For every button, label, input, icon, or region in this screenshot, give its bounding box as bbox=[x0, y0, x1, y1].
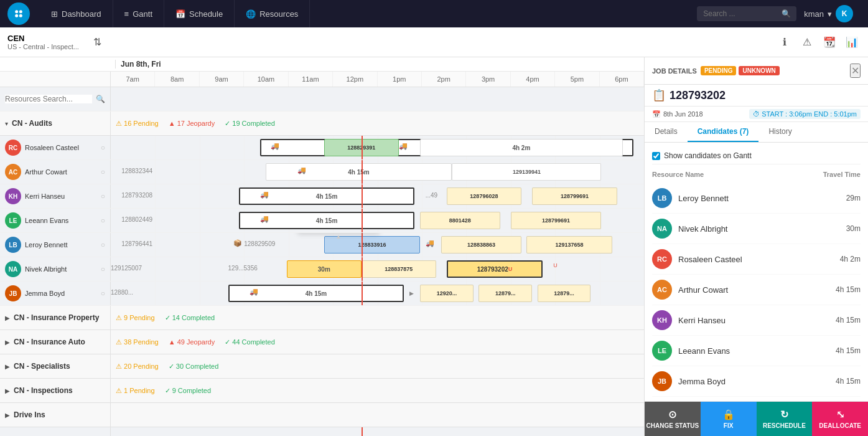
group-specialists[interactable]: ▶ CN - Specialists ⚠ 20 Pending ✓ 30 Com… bbox=[0, 354, 644, 379]
org-sub: US - Central - Inspect... bbox=[7, 43, 79, 50]
tab-history[interactable]: History bbox=[758, 122, 801, 142]
avatar-candidate-ac: AC bbox=[652, 280, 672, 300]
job-arthur-1[interactable]: 4h 15m bbox=[266, 163, 452, 181]
sort-button[interactable]: ⇅ bbox=[89, 34, 106, 51]
avatar-candidate-kh: KH bbox=[652, 310, 672, 330]
ia-completed: ✓ 44 Completed bbox=[225, 338, 275, 346]
job-large-rc[interactable]: 4h 2m bbox=[420, 139, 623, 156]
chart-button[interactable]: 📊 bbox=[843, 34, 861, 51]
badge-pending: PENDING bbox=[701, 66, 737, 75]
job-nivek-2[interactable]: 128837875 bbox=[362, 260, 436, 278]
timeline-arthur[interactable]: 128832344 4h 15m 🚚 129139941 bbox=[111, 160, 644, 184]
check-rosaleen[interactable]: ○ bbox=[101, 143, 105, 152]
group-insurance-auto[interactable]: ▶ CN - Insurance Auto ⚠ 38 Pending ▲ 49 … bbox=[0, 330, 644, 354]
row-nivek: NA Nivek Albright ○ 129125007 129...5356… bbox=[0, 257, 644, 282]
ins-completed: ✓ 9 Completed bbox=[165, 387, 211, 395]
empty-timeline-1 bbox=[111, 427, 644, 436]
candidate-name-jb: Jemma Boyd bbox=[678, 377, 829, 386]
fix-button[interactable]: 🔒 FIX bbox=[701, 402, 757, 436]
chevron-inspections: ▶ bbox=[5, 387, 10, 394]
close-panel-button[interactable]: ✕ bbox=[850, 64, 861, 78]
job-jemma-3[interactable]: 12879... bbox=[478, 285, 532, 302]
resources-search-timeline bbox=[111, 87, 644, 111]
gantt-date-header: Jun 8th, Fri bbox=[0, 57, 644, 72]
show-candidates-checkbox[interactable] bbox=[652, 152, 660, 160]
candidate-rosaleen[interactable]: RC Rosaleen Casteel 4h 2m bbox=[652, 244, 861, 275]
chevron-cn-audits: ▾ bbox=[5, 120, 8, 127]
job-leeann-3[interactable]: 128799691 bbox=[511, 212, 602, 229]
name-arthur: Arthur Cowart bbox=[25, 168, 97, 176]
logo[interactable] bbox=[7, 2, 30, 25]
timeline-rosaleen[interactable]: 128829390 128829391 🚚 🚚 4h 2m bbox=[111, 136, 644, 159]
job-kerri-2[interactable]: 128796028 bbox=[447, 187, 521, 205]
check-kerri[interactable]: ○ bbox=[101, 192, 105, 201]
tab-details[interactable]: Details bbox=[645, 122, 688, 142]
tab-candidates[interactable]: Candidates (7) bbox=[688, 122, 759, 142]
bottom-action-bar: ⊙ CHANGE STATUS 🔒 FIX ↻ RESCHEDULE ⤡ DEA… bbox=[645, 401, 868, 436]
time-badge: ⏱ START : 3:06pm END : 5:01pm bbox=[749, 109, 861, 119]
nav-schedule[interactable]: 📅 Schedule bbox=[164, 0, 235, 27]
job-leroy-2[interactable]: 128838863 bbox=[441, 236, 521, 254]
job-jemma-2[interactable]: 12920... bbox=[420, 285, 474, 302]
job-arthur-2[interactable]: 129139941 bbox=[452, 163, 601, 181]
group-insurance-auto-label: CN - Insurance Auto bbox=[14, 338, 85, 346]
candidate-arthur[interactable]: AC Arthur Cowart 4h 15m bbox=[652, 275, 861, 305]
schedule-icon: 📅 bbox=[175, 9, 185, 19]
svg-point-2 bbox=[15, 14, 18, 17]
timeline-kerri[interactable]: 128793208 4h 15m 🚚 ...49 128796028 12879… bbox=[111, 184, 644, 208]
candidate-leroy[interactable]: LB Leroy Bennett 29m bbox=[652, 183, 861, 214]
sp-pending: ⚠ 20 Pending bbox=[116, 363, 159, 371]
candidate-kerri[interactable]: KH Kerri Hanseu 4h 15m bbox=[652, 305, 861, 336]
user-menu[interactable]: kman ▾ K bbox=[796, 5, 861, 22]
resources-search-icon[interactable]: 🔍 bbox=[96, 95, 105, 103]
check-leeann[interactable]: ○ bbox=[101, 216, 105, 225]
timeline-leeann[interactable]: 128802449 4h 15m 🚚 8801428 128799691 bbox=[111, 209, 644, 232]
candidate-name-rc: Rosaleen Casteel bbox=[678, 255, 834, 264]
job-128829391[interactable]: 128829391 bbox=[324, 139, 399, 156]
info-button[interactable]: ℹ bbox=[776, 34, 793, 51]
job-jemma-4[interactable]: 12879... bbox=[538, 285, 591, 302]
group-insurance-property[interactable]: ▶ CN - Insurance Property ⚠ 9 Pending ✓ … bbox=[0, 306, 644, 330]
reschedule-button[interactable]: ↻ RESCHEDULE bbox=[757, 402, 813, 436]
job-nivek-yellow[interactable]: 30m bbox=[287, 260, 362, 278]
change-status-icon: ⊙ bbox=[668, 409, 676, 420]
check-leroy[interactable]: ○ bbox=[101, 240, 105, 249]
timeline-jemma[interactable]: 12880... 4h 15m 🚚 ▶ 12920... 12879... 12… bbox=[111, 282, 644, 305]
candidate-leeann[interactable]: LE Leeann Evans 4h 15m bbox=[652, 336, 861, 366]
travel-ac: 4h 15m bbox=[836, 285, 861, 294]
nav-gantt[interactable]: ≡ Gantt bbox=[113, 0, 164, 27]
job-leeann-2[interactable]: 8801428 bbox=[420, 212, 500, 229]
search-input[interactable] bbox=[703, 9, 778, 18]
timeline-leroy[interactable]: 128796441 128829509 📦 128833916 🚚 128838… bbox=[111, 233, 644, 257]
job-kerri-3[interactable]: 128799691 bbox=[532, 187, 617, 205]
group-cn-audits[interactable]: ▾ CN - Audits ⚠ 16 Pending ▲ 17 Jeopardy… bbox=[0, 111, 644, 136]
resources-search-input[interactable] bbox=[5, 95, 92, 103]
calendar-button[interactable]: 📆 bbox=[821, 34, 838, 51]
change-status-button[interactable]: ⊙ CHANGE STATUS bbox=[645, 402, 701, 436]
job-leroy-3[interactable]: 129137658 bbox=[526, 236, 612, 254]
search-box[interactable]: 🔍 bbox=[697, 6, 796, 21]
drive-ins-timeline bbox=[111, 403, 644, 427]
group-drive-ins[interactable]: ▶ Drive Ins bbox=[0, 403, 644, 427]
avatar-candidate-lb: LB bbox=[652, 188, 672, 208]
alert-button[interactable]: ⚠ bbox=[798, 34, 816, 51]
nav-dashboard[interactable]: ⊞ Dashboard bbox=[40, 0, 113, 27]
candidate-nivek[interactable]: NA Nivek Albright 30m bbox=[652, 214, 861, 244]
nav-resources[interactable]: 🌐 Resources bbox=[235, 0, 310, 27]
audits-completed: ✓ 19 Completed bbox=[225, 120, 275, 128]
time-11am: 11am bbox=[289, 72, 333, 87]
check-jemma[interactable]: ○ bbox=[101, 289, 105, 298]
candidate-jemma[interactable]: JB Jemma Boyd 4h 15m bbox=[652, 366, 861, 397]
group-inspections[interactable]: ▶ CN - Inspections ⚠ 1 Pending ✓ 9 Compl… bbox=[0, 379, 644, 403]
check-nivek[interactable]: ○ bbox=[101, 265, 105, 273]
check-arthur[interactable]: ○ bbox=[101, 168, 105, 176]
time-1pm: 1pm bbox=[378, 72, 422, 87]
top-nav: ⊞ Dashboard ≡ Gantt 📅 Schedule 🌐 Resourc… bbox=[0, 0, 868, 27]
chevron-drive-ins: ▶ bbox=[5, 412, 10, 419]
avatar-candidate-na: NA bbox=[652, 219, 672, 239]
inspections-timeline: ⚠ 1 Pending ✓ 9 Completed bbox=[111, 379, 644, 402]
truck-icon-lb: 📦 bbox=[233, 239, 242, 247]
timeline-nivek[interactable]: 129125007 129...5356 30m 128793202 U U 1… bbox=[111, 257, 644, 281]
job-128793202[interactable]: 128793202 U bbox=[447, 260, 543, 278]
deallocate-button[interactable]: ⤡ DEALLOCATE bbox=[812, 402, 868, 436]
